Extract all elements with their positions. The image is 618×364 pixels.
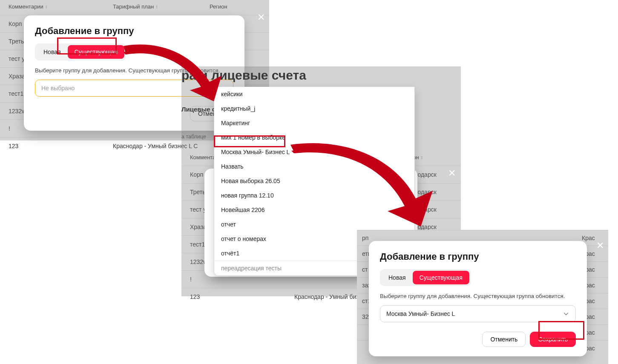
- seg-existing[interactable]: Существующая: [413, 271, 469, 284]
- modal-hint: Выберите группу для добавления. Существу…: [380, 293, 576, 299]
- close-icon[interactable]: ✕: [448, 169, 456, 178]
- dropdown-item[interactable]: Новейшая 2206: [214, 203, 414, 217]
- modal-title: Добавление в группу: [35, 26, 233, 37]
- cell-comments: 123: [9, 143, 113, 149]
- dropdown-item[interactable]: кредитный_j: [214, 101, 414, 116]
- dropdown-item[interactable]: новая группа 12.10: [214, 188, 414, 203]
- select-placeholder: Не выбрано: [41, 85, 75, 92]
- group-select[interactable]: Москва Умный- Бизнес L: [380, 305, 576, 322]
- stage3-modal: Добавление в группу Новая Существующая В…: [369, 241, 587, 356]
- dropdown-item[interactable]: Назвать: [214, 159, 414, 174]
- dropdown-item[interactable]: Новая выборка 26.05: [214, 174, 414, 188]
- seg-existing[interactable]: Существующая: [68, 45, 124, 59]
- close-icon[interactable]: ✕: [596, 241, 604, 250]
- dropdown-item[interactable]: Маркетинг: [214, 116, 414, 130]
- chevron-down-icon: [563, 310, 569, 317]
- close-icon[interactable]: ✕: [257, 13, 265, 22]
- select-value: Москва Умный- Бизнес L: [386, 310, 455, 317]
- seg-new[interactable]: Новая: [37, 45, 68, 59]
- group-type-segment: Новая Существующая: [380, 269, 471, 286]
- dropdown-item[interactable]: отчет: [214, 217, 414, 232]
- dropdown-item[interactable]: кейсики: [214, 87, 414, 101]
- dropdown-item[interactable]: мих 1 номер в выборке: [214, 130, 414, 145]
- group-type-segment: Новая Существующая: [35, 43, 126, 60]
- save-button[interactable]: Сохранить: [530, 332, 576, 347]
- dropdown-item[interactable]: Москва Умный- Бизнес L: [214, 145, 414, 159]
- cancel-button[interactable]: Отменить: [482, 332, 526, 347]
- seg-new[interactable]: Новая: [382, 271, 413, 284]
- modal-title: Добавление в группу: [380, 251, 576, 262]
